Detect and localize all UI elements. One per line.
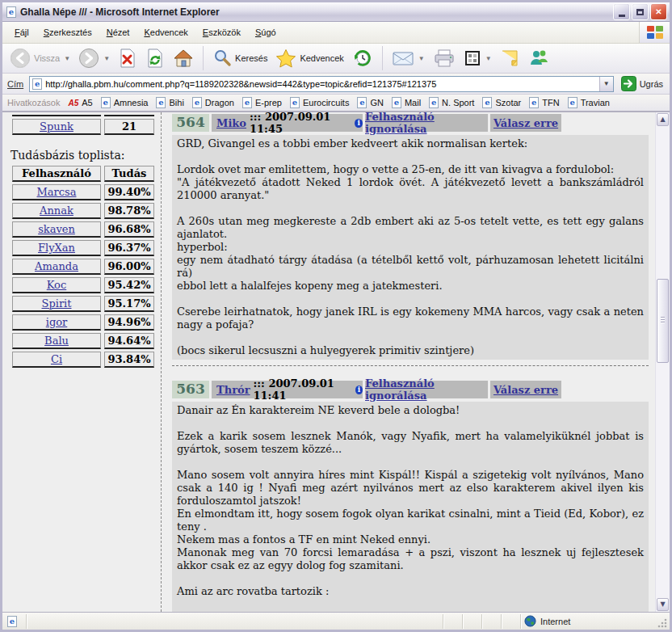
vertical-scrollbar[interactable]: ▲ ▼ <box>655 112 670 612</box>
ie-page-icon <box>192 97 202 108</box>
ie-page-icon <box>429 97 439 108</box>
links-bar-item-mail[interactable]: Mail <box>392 97 421 108</box>
info-icon[interactable]: i <box>355 386 363 394</box>
links-bar-label: Hivatkozások <box>7 98 60 107</box>
user-link[interactable]: skaven <box>38 223 75 235</box>
table-row: Spunk 21 <box>12 119 154 135</box>
forum-post-564: 564 Miko ::: 2007.09.01 11:45 i Felhaszn… <box>172 114 649 366</box>
address-dropdown-button[interactable]: ▼ <box>599 77 613 91</box>
status-pane <box>482 614 502 629</box>
window-title: Ghalla Népe /// - Microsoft Internet Exp… <box>20 6 611 18</box>
links-bar-item-dragon[interactable]: Dragon <box>192 97 234 108</box>
menu-view[interactable]: Nézet <box>99 25 137 40</box>
post-meta: ::: 2007.09.01 11:41 <box>254 377 352 402</box>
refresh-button[interactable] <box>143 46 167 70</box>
favorites-button[interactable]: Kedvencek <box>273 47 346 70</box>
menu-help[interactable]: Súgó <box>248 25 284 40</box>
author-link[interactable]: Thrór <box>216 384 250 396</box>
search-icon <box>212 48 232 68</box>
table-row: igor94.96% <box>12 314 154 331</box>
back-button[interactable]: Vissza ▼ <box>7 46 73 70</box>
close-button[interactable]: ✕ <box>650 3 667 20</box>
menu-favorites[interactable]: Kedvencek <box>136 25 195 40</box>
edit-button[interactable]: ▼ <box>461 48 494 69</box>
minimize-button[interactable] <box>613 3 630 20</box>
forward-button[interactable]: ▼ <box>76 46 112 70</box>
score-value: 99.40% <box>104 184 154 200</box>
status-pane <box>443 614 463 629</box>
reply-link[interactable]: Válasz erre <box>494 117 558 129</box>
user-link[interactable]: Marcsa <box>37 186 77 198</box>
links-bar-item-bihi[interactable]: Bihi <box>156 97 183 108</box>
sidebar-user-link[interactable]: Spunk <box>40 120 74 133</box>
go-button[interactable]: Ugrás <box>618 75 666 92</box>
ie-page-icon <box>101 97 111 108</box>
forward-dropdown-icon[interactable]: ▼ <box>103 55 110 62</box>
table-row: Marcsa99.40% <box>12 184 154 200</box>
maximize-button[interactable] <box>632 3 649 20</box>
links-bar-item-eprep[interactable]: E-prep <box>242 97 282 108</box>
edit-icon <box>464 49 481 67</box>
sidebar-top-table: Spunk 21 <box>9 112 158 137</box>
resize-grip[interactable] <box>657 617 668 629</box>
score-value: 98.78% <box>104 203 154 219</box>
score-value: 94.64% <box>104 333 154 349</box>
reply-link[interactable]: Válasz erre <box>494 384 558 396</box>
links-bar-item-eurocircuits[interactable]: Eurocircuits <box>290 97 349 108</box>
table-row: Spirit95.17% <box>12 296 154 312</box>
address-label: Cím <box>6 79 25 89</box>
search-button[interactable]: Keresés <box>210 47 270 70</box>
ie-page-icon <box>392 97 401 108</box>
info-icon[interactable]: i <box>355 119 363 128</box>
author-link[interactable]: Miko <box>216 117 246 129</box>
user-link[interactable]: FlyXan <box>38 242 75 254</box>
minimize-icon <box>619 15 625 17</box>
menu-file[interactable]: Fájl <box>7 25 36 40</box>
menu-tools[interactable]: Eszközök <box>195 25 248 40</box>
browser-window: Ghalla Népe /// - Microsoft Internet Exp… <box>0 0 672 632</box>
print-button[interactable] <box>430 47 458 70</box>
links-bar-item-amnesia[interactable]: Amnesia <box>101 97 149 108</box>
messenger-button[interactable] <box>525 47 552 70</box>
user-link[interactable]: Amanda <box>35 260 78 272</box>
links-bar-item-tfn[interactable]: TFN <box>529 97 559 108</box>
discuss-note-icon <box>500 48 519 68</box>
menu-edit[interactable]: Szerkesztés <box>36 25 99 40</box>
scroll-down-button[interactable]: ▼ <box>657 598 669 611</box>
user-link[interactable]: Balu <box>44 335 69 347</box>
status-bar: Internet <box>2 612 670 630</box>
address-url[interactable]: http://ghalla.pbm.hu/comment.php?q=11892… <box>45 79 598 89</box>
links-bar-item-nsport[interactable]: N. Sport <box>429 97 474 108</box>
links-bar-item-gn[interactable]: GN <box>357 97 384 108</box>
back-dropdown-icon[interactable]: ▼ <box>64 55 70 62</box>
ie-page-icon <box>156 97 166 108</box>
sidebar: Spunk 21 Tudásbázis toplista: Felhasznál… <box>2 112 161 370</box>
user-link[interactable]: Spirit <box>42 297 72 310</box>
stop-button[interactable] <box>116 46 140 70</box>
a5-icon: A5 <box>68 99 78 107</box>
history-button[interactable] <box>350 46 376 70</box>
links-bar-item-travian[interactable]: Travian <box>568 97 610 108</box>
ignore-user-link[interactable]: Felhasználó ignorálása <box>365 377 488 402</box>
discuss-button[interactable] <box>498 47 522 70</box>
globe-icon <box>524 615 536 627</box>
table-header-row: Felhasználó Tudás <box>12 166 154 182</box>
ie-page-icon <box>529 97 539 108</box>
scroll-up-button[interactable]: ▲ <box>657 113 669 126</box>
user-link[interactable]: igor <box>46 316 68 328</box>
ignore-user-link[interactable]: Felhasználó ignorálása <box>365 112 488 135</box>
user-link[interactable]: Koc <box>47 279 66 291</box>
address-input[interactable]: http://ghalla.pbm.hu/comment.php?q=11892… <box>29 76 613 92</box>
refresh-icon <box>145 48 165 69</box>
favorites-star-icon <box>275 48 296 68</box>
mail-dropdown-icon[interactable]: ▼ <box>418 55 425 62</box>
edit-dropdown-icon[interactable]: ▼ <box>485 55 492 62</box>
user-link[interactable]: Ci <box>51 353 62 365</box>
links-bar-item-a5[interactable]: A5A5 <box>68 98 92 107</box>
mail-button[interactable]: ▼ <box>389 48 427 69</box>
user-link[interactable]: Annak <box>40 204 74 217</box>
home-button[interactable] <box>170 46 196 70</box>
links-bar-item-szotar[interactable]: Szotar <box>482 97 521 108</box>
maximize-icon <box>636 9 644 15</box>
scrollbar-thumb[interactable] <box>657 279 669 363</box>
